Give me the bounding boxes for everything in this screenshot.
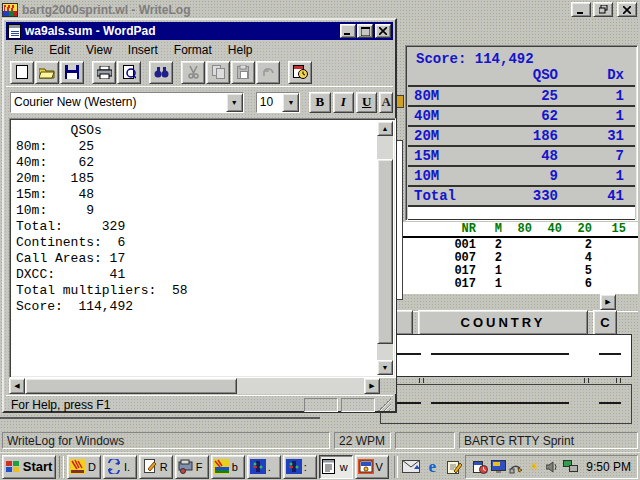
status-app-name: WriteLog for Windows (2, 432, 330, 449)
taskbar: Start D I. R F b . : (0, 452, 640, 480)
font-size-select[interactable]: 10 ▼ (256, 92, 301, 113)
new-document-button[interactable] (10, 61, 34, 84)
scheduler-icon (472, 459, 488, 474)
taskbar-app-button[interactable]: I. (103, 455, 137, 479)
brightness-sun-icon[interactable]: ☀ (526, 459, 542, 474)
mouse-settings-icon[interactable] (508, 459, 524, 474)
field-tick-marks (616, 378, 621, 383)
main-window-titlebar: bartg2000sprint.wl - WriteLog (0, 0, 640, 19)
scrollbar-thumb[interactable] (25, 378, 237, 394)
wordpad-icon (8, 24, 21, 39)
undo-button[interactable] (256, 61, 280, 84)
table-row: 0171 5 (392, 264, 638, 277)
paste-button[interactable] (231, 61, 255, 84)
writelog-app-icon (2, 3, 18, 17)
binoculars-icon (154, 66, 169, 78)
resize-grip[interactable] (378, 398, 391, 411)
score-blank-row (408, 205, 635, 220)
insert-datetime-button[interactable] (288, 61, 312, 84)
table-horizontal-scrollbar[interactable]: ▶ (392, 294, 638, 311)
start-button[interactable]: Start (2, 455, 56, 479)
open-button[interactable] (35, 61, 59, 84)
underline-button[interactable]: U (356, 92, 377, 113)
field-tick-marks (584, 378, 589, 383)
internet-explorer-icon[interactable]: e (423, 457, 442, 477)
network-icon[interactable] (562, 459, 578, 474)
volume-speaker-icon[interactable] (544, 459, 560, 474)
menu-format[interactable]: Format (166, 42, 220, 58)
scroll-right-icon[interactable]: ▶ (600, 294, 616, 310)
taskbar-app-button[interactable]: . (247, 455, 281, 479)
taskbar-app-button[interactable]: R (139, 455, 173, 479)
new-page-icon (16, 65, 28, 79)
minimize-button[interactable] (340, 24, 356, 38)
display-icon[interactable] (490, 459, 506, 474)
print-preview-icon (123, 65, 136, 79)
cut-button[interactable] (181, 61, 205, 84)
scissors-icon (188, 66, 199, 79)
taskbar-app-button[interactable]: D (67, 455, 101, 479)
printer-icon (97, 66, 112, 79)
copy-button[interactable] (206, 61, 230, 84)
horizontal-scrollbar[interactable]: ◀ ▶ (9, 378, 396, 394)
menu-edit[interactable]: Edit (41, 42, 78, 58)
wordpad-title: wa9als.sum - WordPad (25, 24, 339, 38)
app-icon (106, 459, 122, 474)
taskbar-divider (59, 456, 64, 478)
minimize-button[interactable] (571, 2, 591, 17)
scroll-right-icon[interactable]: ▶ (364, 378, 380, 394)
score-row-80m: 80M 25 1 (408, 85, 635, 105)
mail-icon[interactable] (401, 457, 420, 477)
maximize-button[interactable] (357, 24, 373, 38)
taskbar-app-button[interactable]: : (283, 455, 317, 479)
table-row: 0171 6 (392, 277, 638, 290)
wordpad-menubar: File Edit View Insert Format Help (6, 41, 393, 58)
log-entry-row[interactable] (380, 334, 632, 377)
window-edge-fragment (0, 417, 320, 419)
menu-view[interactable]: View (78, 42, 120, 58)
font-size-value: 10 (257, 93, 283, 112)
field-button-c[interactable]: C (593, 310, 617, 335)
app-icon (178, 459, 194, 474)
writelog-statusbar: WriteLog for Windows 22 WPM BARTG RTTY S… (0, 430, 640, 451)
field-button-country[interactable]: COUNTRY (418, 310, 588, 335)
font-name-value: Courier New (Western) (11, 93, 226, 112)
scroll-down-icon[interactable]: ▼ (377, 360, 393, 375)
score-header-row: QSO Dx (408, 67, 635, 85)
score-row-total: Total 330 41 (408, 185, 635, 205)
wordpad-titlebar[interactable]: wa9als.sum - WordPad (6, 22, 393, 40)
notes-pencil-icon[interactable] (444, 457, 463, 477)
taskbar-wordpad-button[interactable]: w (319, 455, 353, 479)
clock[interactable]: 9:50 PM (586, 460, 631, 474)
close-button[interactable] (375, 24, 391, 38)
print-preview-button[interactable] (117, 61, 141, 84)
find-button[interactable] (149, 61, 173, 84)
font-color-button[interactable]: A (379, 92, 393, 113)
scroll-up-icon[interactable]: ▲ (377, 121, 393, 136)
desktop: { "main_window": { "title": "bartg2000sp… (0, 0, 640, 480)
menu-insert[interactable]: Insert (120, 42, 166, 58)
save-button[interactable] (60, 61, 84, 84)
log-entry-row-inactive[interactable] (380, 384, 632, 424)
score-title: Score: 114,492 (408, 48, 635, 67)
scroll-left-icon[interactable]: ◀ (9, 378, 25, 394)
restore-button[interactable] (593, 2, 613, 17)
taskbar-app-button[interactable]: V (355, 455, 389, 479)
taskbar-app-button[interactable]: F (175, 455, 209, 479)
menu-help[interactable]: Help (220, 42, 261, 58)
chevron-down-icon[interactable]: ▼ (282, 93, 299, 112)
vertical-scrollbar[interactable]: ▲ ▼ (377, 121, 393, 375)
taskbar-divider (394, 456, 399, 478)
print-button[interactable] (92, 61, 116, 84)
scrollbar-thumb[interactable] (377, 159, 393, 344)
chevron-down-icon[interactable]: ▼ (226, 93, 243, 112)
menu-file[interactable]: File (6, 42, 41, 58)
wordpad-window: wa9als.sum - WordPad File Edit View Inse… (2, 18, 397, 413)
status-empty-cell (395, 432, 455, 449)
document-area[interactable]: QSOs 80m: 25 40m: 62 20m: 185 15m: 48 10… (9, 118, 396, 378)
close-button[interactable] (617, 2, 637, 17)
taskbar-app-button[interactable]: b (211, 455, 245, 479)
italic-button[interactable]: I (333, 92, 354, 113)
font-name-select[interactable]: Courier New (Western) ▼ (10, 92, 244, 113)
bold-button[interactable]: B (309, 92, 330, 113)
